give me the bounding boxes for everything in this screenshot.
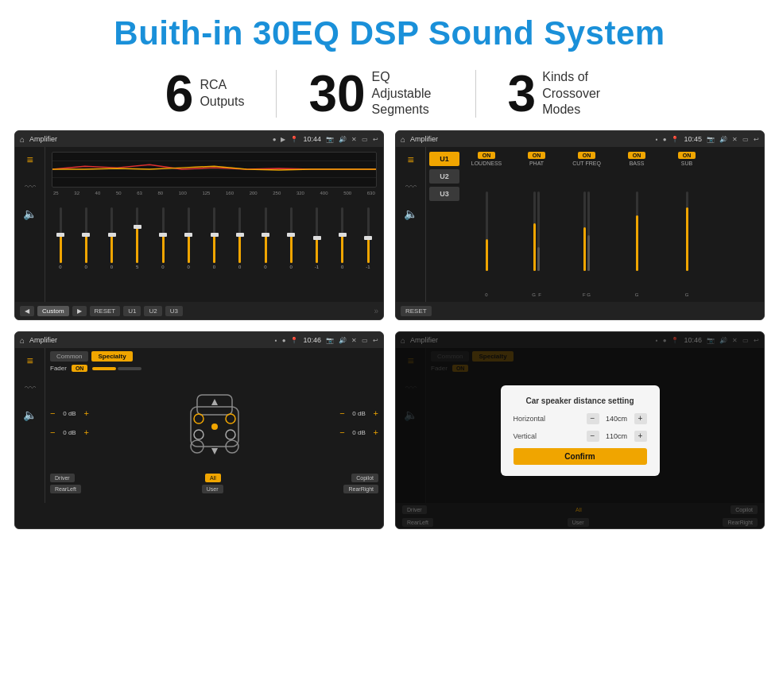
rect2b-icon[interactable]: ▭ (742, 136, 749, 143)
prev-btn[interactable]: ◀ (20, 306, 34, 316)
vol2-icon[interactable]: 🔊 (719, 136, 727, 143)
u1-crossover-btn[interactable]: U1 (429, 152, 459, 166)
crossover-reset-btn[interactable]: RESET (401, 306, 432, 316)
eq-time: 10:44 (303, 135, 321, 143)
eq-slider-5[interactable]: 0 (181, 207, 196, 269)
u-buttons: U1 U2 U3 (429, 152, 459, 297)
db-plus-1[interactable]: + (83, 408, 88, 418)
db-minus-4[interactable]: − (339, 427, 344, 437)
cutfreq-label: CUT FREQ (572, 160, 601, 166)
eq-slider-4[interactable]: 0 (156, 207, 170, 269)
db-minus-1[interactable]: − (50, 408, 55, 418)
speaker-icon-3[interactable]: 🔈 (23, 408, 37, 421)
eq-topbar-title: Amplifier (29, 135, 268, 143)
u3-btn[interactable]: U3 (165, 306, 183, 316)
custom-btn[interactable]: Custom (37, 306, 69, 316)
sub-toggle[interactable]: ON (678, 152, 696, 159)
pin3-icon: 📍 (290, 337, 298, 344)
all-btn[interactable]: All (205, 474, 221, 482)
horizontal-minus-btn[interactable]: − (587, 413, 599, 424)
dialog-horizontal-control: − 140cm + (587, 413, 647, 424)
copilot-btn[interactable]: Copilot (351, 474, 378, 482)
home-icon-2[interactable]: ⌂ (401, 135, 405, 144)
home-icon[interactable]: ⌂ (20, 135, 25, 144)
fader-tabs: Common Specialty (50, 351, 378, 362)
rect-icon[interactable]: ▭ (362, 136, 368, 143)
eq-slider-1[interactable]: 0 (79, 207, 93, 269)
channel-sub: ON SUB G (663, 152, 711, 297)
svg-marker-12 (211, 399, 218, 405)
reset-btn[interactable]: RESET (90, 306, 121, 316)
driver-btn[interactable]: Driver (50, 474, 75, 482)
fader-label: Fader (50, 365, 67, 372)
eq-slider-12[interactable]: -1 (361, 207, 375, 269)
home-icon-3[interactable]: ⌂ (20, 336, 25, 345)
loudness-toggle[interactable]: ON (478, 152, 496, 159)
next-btn[interactable]: ▶ (72, 306, 87, 316)
back2-icon[interactable]: ↩ (754, 136, 759, 143)
x2-icon[interactable]: ✕ (732, 136, 738, 143)
eq-slider-7[interactable]: 0 (233, 207, 247, 269)
horizontal-plus-btn[interactable]: + (634, 413, 647, 424)
eq-slider-6[interactable]: 0 (207, 207, 222, 269)
eq-content: 253240506380100125160200250320400500630 … (45, 147, 383, 302)
db-minus-2[interactable]: − (50, 427, 55, 437)
eq-slider-11[interactable]: 0 (335, 207, 350, 269)
wave-icon[interactable]: 〰 (25, 180, 36, 193)
user-btn[interactable]: User (202, 485, 223, 493)
u3-crossover-btn[interactable]: U3 (429, 187, 459, 201)
eq-slider-0[interactable]: 0 (53, 207, 68, 269)
tab-specialty[interactable]: Specialty (91, 351, 132, 362)
rearleft-btn[interactable]: RearLeft (50, 485, 81, 493)
x3-icon[interactable]: ✕ (351, 337, 357, 344)
crossover-sidebar: ≡ 〰 🔈 (396, 147, 426, 302)
channel-phat: ON PHAT G F (513, 152, 560, 297)
tab-common[interactable]: Common (50, 351, 88, 362)
crossover-bottom-bar: RESET (396, 302, 764, 319)
x-icon[interactable]: ✕ (351, 136, 357, 143)
rearright-btn[interactable]: RearRight (343, 485, 378, 493)
eq-slider-3[interactable]: 5 (130, 207, 145, 269)
back-icon[interactable]: ↩ (373, 136, 378, 143)
stat-rca: 6 RCAOutputs (134, 68, 277, 119)
phat-toggle[interactable]: ON (528, 152, 546, 159)
speaker-icon-2[interactable]: 🔈 (404, 207, 417, 220)
wave-icon-2[interactable]: 〰 (405, 180, 417, 193)
u2-crossover-btn[interactable]: U2 (429, 169, 459, 184)
play-icon[interactable]: ▶ (281, 136, 285, 143)
vertical-plus-btn[interactable]: + (634, 431, 647, 442)
expand-icon[interactable]: » (374, 307, 378, 315)
equalizer-icon[interactable]: ≡ (26, 153, 33, 166)
eq-main: ≡ 〰 🔈 (15, 147, 383, 302)
db-plus-3[interactable]: + (374, 408, 378, 418)
back3-icon[interactable]: ↩ (373, 337, 378, 344)
speaker-icon[interactable]: 🔈 (23, 207, 37, 220)
eq-slider-8[interactable]: 0 (258, 207, 273, 269)
rect3-icon[interactable]: ▭ (362, 337, 368, 344)
stat-number-eq: 30 (308, 68, 365, 119)
eq-icon-2[interactable]: ≡ (407, 153, 413, 166)
db-plus-4[interactable]: + (374, 427, 378, 437)
cutfreq-toggle[interactable]: ON (578, 152, 596, 159)
u2-btn[interactable]: U2 (144, 306, 161, 316)
u1-btn[interactable]: U1 (123, 306, 141, 316)
dot3-icon: ▪ (275, 337, 277, 344)
eq-slider-10[interactable]: -1 (310, 207, 324, 269)
volume-icon[interactable]: 🔊 (339, 136, 347, 143)
vertical-minus-btn[interactable]: − (587, 431, 599, 442)
vol3-icon[interactable]: 🔊 (339, 337, 347, 344)
wave-icon-3[interactable]: 〰 (25, 381, 36, 394)
eq-icon-3[interactable]: ≡ (26, 354, 33, 367)
eq-topbar: ⌂ Amplifier ● ▶ 📍 10:44 📷 🔊 ✕ ▭ ↩ (15, 131, 383, 147)
page-title: Buith-in 30EQ DSP Sound System (0, 0, 779, 60)
eq-slider-2[interactable]: 0 (105, 207, 119, 269)
db-minus-3[interactable]: − (339, 408, 344, 418)
confirm-button[interactable]: Confirm (514, 448, 647, 465)
stat-label-rca: RCAOutputs (200, 77, 244, 110)
db-plus-2[interactable]: + (83, 427, 88, 437)
stat-label-crossover: Kinds ofCrossover Modes (542, 69, 614, 118)
eq-sliders: 0 0 0 5 (52, 198, 377, 269)
eq-slider-9[interactable]: 0 (284, 207, 298, 269)
fader-toggle-btn[interactable]: ON (72, 365, 88, 372)
bass-toggle[interactable]: ON (628, 152, 646, 159)
